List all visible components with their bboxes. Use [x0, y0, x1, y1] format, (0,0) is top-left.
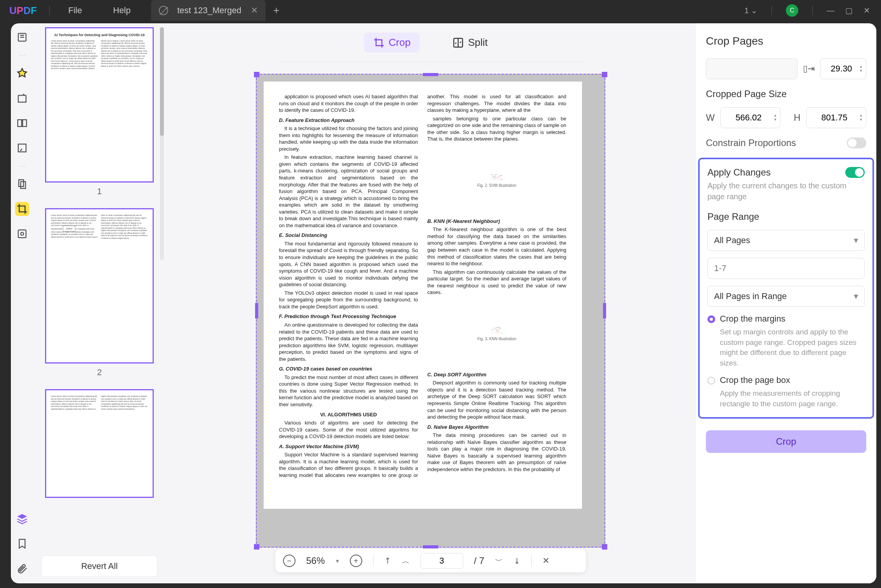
svg-point-7: [21, 232, 24, 235]
menu-file[interactable]: File: [53, 5, 97, 16]
first-page-button[interactable]: ⤒: [384, 556, 391, 565]
sidebar-crop-icon[interactable]: [15, 202, 29, 216]
svg-point-19: [495, 177, 495, 177]
svg-text:▲: ▲: [499, 332, 500, 332]
zoom-in-button[interactable]: +: [350, 555, 362, 567]
thumbnail-scrollbar[interactable]: [160, 27, 164, 260]
page-range-select[interactable]: All Pages▾: [707, 230, 865, 251]
svg-text:▲: ▲: [499, 331, 499, 331]
sidebar-pages-icon[interactable]: [15, 116, 29, 130]
height-input[interactable]: ▲▼: [806, 107, 867, 128]
thumbnail-page-3[interactable]: Lorem ipsum dolor sit amet consectetur a…: [45, 389, 154, 498]
svg-text:★: ★: [496, 331, 497, 332]
prev-page-button[interactable]: ︿: [402, 556, 410, 566]
svg-text:Hyperplane: Hyperplane: [500, 175, 502, 176]
close-icon[interactable]: ✕: [864, 6, 870, 15]
page-range-label: Page Range: [707, 211, 865, 222]
sidebar-redact-icon[interactable]: [15, 227, 29, 241]
sidebar-reader-icon[interactable]: [15, 30, 29, 44]
svg-text:★: ★: [497, 329, 498, 331]
last-page-button[interactable]: ⤓: [514, 556, 520, 565]
zoom-level: 56%: [306, 555, 325, 566]
tab-close-icon[interactable]: ✕: [251, 5, 258, 16]
svg-text:▲: ▲: [500, 330, 500, 331]
maximize-icon[interactable]: ▢: [845, 6, 853, 15]
sidebar-bookmark-icon[interactable]: [15, 537, 29, 551]
svg-text:Parameter x: Parameter x: [501, 179, 503, 180]
sidebar-layers-icon[interactable]: [15, 512, 29, 526]
revert-all-button[interactable]: Revert All: [41, 555, 158, 577]
svg-text:Class B: Class B: [499, 328, 501, 329]
crop-handle-l[interactable]: [255, 303, 258, 318]
pages-in-range-select[interactable]: All Pages in Range▾: [707, 286, 865, 307]
thumbnail-page-1[interactable]: AI Techniques for Detecting and Diagnosi…: [45, 27, 154, 183]
svg-text:Y-Axis: Y-Axis: [491, 329, 492, 331]
constrain-toggle[interactable]: [847, 137, 866, 148]
apply-changes-label: Apply Changes: [707, 167, 771, 178]
crop-handle-r[interactable]: [603, 303, 606, 318]
new-tab-button[interactable]: +: [273, 4, 280, 17]
sidebar-highlight-icon[interactable]: [15, 66, 29, 80]
tab-icon: [159, 6, 168, 15]
crop-margins-radio[interactable]: Crop the margins: [707, 314, 865, 324]
svg-text:X-Axis: X-Axis: [501, 333, 502, 334]
stepper-down[interactable]: ▼: [859, 69, 863, 73]
user-avatar[interactable]: C: [786, 4, 798, 17]
svm-figure: ★★★★★★★ Support VectorHyperplane Paramet…: [427, 145, 566, 215]
page-count-dropdown[interactable]: 1 ⌄: [744, 6, 758, 15]
page-content: application is proposed which uses AI ba…: [264, 82, 582, 509]
crop-button[interactable]: Crop: [706, 430, 866, 453]
stepper-up[interactable]: ▲: [859, 65, 863, 68]
sidebar-form-icon[interactable]: [15, 141, 29, 155]
offset-x-input[interactable]: [706, 58, 798, 79]
svg-text:★: ★: [500, 176, 500, 177]
width-label: W: [706, 112, 715, 123]
sidebar-attachment-icon[interactable]: [15, 562, 29, 576]
svg-rect-3: [18, 144, 26, 152]
thumbnail-page-2[interactable]: Lorem ipsum dolor sit amet consectetur a…: [45, 208, 154, 364]
sidebar-organize-icon[interactable]: [15, 177, 29, 191]
svg-point-18: [494, 176, 494, 176]
offset-value-input[interactable]: ▲▼: [820, 58, 866, 79]
close-toolbar-button[interactable]: ✕: [542, 556, 549, 566]
menu-help[interactable]: Help: [97, 5, 146, 16]
tab-title: test 123_Merged: [177, 5, 242, 16]
constrain-label: Constrain Proportions: [706, 137, 796, 148]
crop-margins-desc: Set up margin controls and apply to the …: [720, 327, 865, 368]
crop-handle-bl[interactable]: [254, 544, 259, 550]
apply-changes-desc: Apply the current changes to the custom …: [707, 180, 865, 202]
svg-text:★: ★: [499, 178, 499, 179]
zoom-dropdown-icon[interactable]: ▾: [336, 557, 339, 565]
svg-marker-13: [495, 175, 495, 176]
zoom-out-button[interactable]: −: [283, 555, 295, 567]
svg-text:★: ★: [499, 176, 500, 177]
minimize-icon[interactable]: —: [827, 6, 834, 15]
crop-pagebox-radio[interactable]: Crop the page box: [707, 375, 865, 385]
svg-point-17: [494, 176, 495, 176]
page-crop-area[interactable]: application is proposed which uses AI ba…: [256, 74, 605, 548]
svg-text:New example to classify: New example to classify: [495, 327, 500, 328]
page-range-input[interactable]: [707, 258, 865, 279]
svg-point-20: [492, 177, 493, 177]
thumb-1-label: 1: [41, 186, 158, 197]
crop-handle-tl[interactable]: [254, 72, 259, 77]
width-input[interactable]: ▲▼: [720, 107, 781, 128]
offset-icon: ▯⇥: [803, 64, 815, 74]
page-number-input[interactable]: [421, 553, 463, 569]
crop-handle-t[interactable]: [423, 73, 438, 76]
next-page-button[interactable]: ﹀: [495, 556, 503, 566]
split-mode-tab[interactable]: Split: [443, 33, 497, 52]
sidebar-edit-icon[interactable]: [15, 91, 29, 105]
svg-text:▲: ▲: [499, 329, 500, 330]
app-logo: UPDF: [0, 5, 46, 17]
svg-text:Support Vector: Support Vector: [495, 174, 497, 175]
crop-handle-b[interactable]: [423, 545, 438, 548]
apply-changes-toggle[interactable]: [845, 167, 865, 178]
document-tab[interactable]: test 123_Merged ✕: [151, 0, 266, 21]
panel-title: Crop Pages: [706, 35, 866, 47]
svg-point-15: [493, 177, 494, 177]
crop-handle-tr[interactable]: [602, 72, 607, 77]
crop-handle-br[interactable]: [602, 544, 607, 550]
crop-mode-tab[interactable]: Crop: [364, 33, 420, 52]
svg-text:★: ★: [500, 177, 501, 178]
